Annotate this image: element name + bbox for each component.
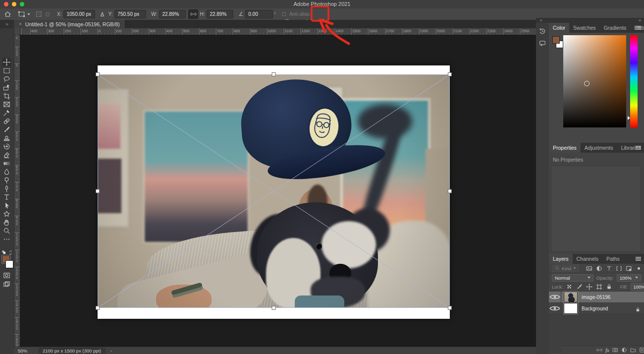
- ruler-label: 9 0 0: [15, 216, 19, 226]
- tool-crop[interactable]: [2, 92, 11, 100]
- frame-icon[interactable]: [616, 265, 622, 272]
- color-picker-cursor[interactable]: [584, 81, 590, 86]
- saturation-brightness-field[interactable]: [563, 35, 626, 127]
- tool-healing[interactable]: [2, 117, 11, 125]
- layer-row[interactable]: image-05196: [549, 292, 644, 303]
- tool-frame[interactable]: [2, 100, 11, 109]
- tool-pen[interactable]: [2, 184, 11, 193]
- home-icon[interactable]: [3, 10, 12, 18]
- transform-tool-icon[interactable]: [17, 10, 26, 18]
- folder-icon[interactable]: [630, 347, 636, 353]
- default-colors-icon[interactable]: [2, 250, 6, 254]
- hue-slider[interactable]: [630, 35, 638, 127]
- blend-mode-dropdown[interactable]: Normal: [552, 274, 593, 282]
- smartobj-icon[interactable]: [626, 265, 632, 272]
- horizontal-ruler[interactable]: 4003002001000100200300400500600700800900…: [20, 28, 536, 35]
- y-input[interactable]: 750.50 px: [114, 10, 146, 18]
- hue-slider-arrow[interactable]: [628, 116, 630, 120]
- tool-stamp[interactable]: [2, 134, 11, 142]
- brush-icon[interactable]: [576, 284, 583, 290]
- history-panel-icon[interactable]: [538, 27, 547, 36]
- screen-mode-icon[interactable]: [2, 280, 11, 289]
- tool-zoom[interactable]: [2, 227, 11, 235]
- document-tab[interactable]: × Untitled-1 @ 50% (image-05196, RGB/8): [14, 20, 125, 28]
- tool-brush[interactable]: [2, 125, 11, 134]
- tool-move[interactable]: [2, 58, 11, 66]
- zoom-level[interactable]: 50%: [18, 348, 27, 354]
- height-input[interactable]: 22.89%: [207, 10, 233, 18]
- layer-filter-dropdown[interactable]: Kind: [552, 265, 579, 272]
- lock-icon[interactable]: [606, 284, 612, 290]
- layer-visibility-eye-icon[interactable]: [549, 303, 561, 314]
- maintain-aspect-ratio-icon[interactable]: [188, 9, 198, 19]
- layer-effects-icon[interactable]: fx: [605, 347, 609, 353]
- tab-layers[interactable]: Layers: [549, 254, 573, 264]
- angle-input[interactable]: 0.00: [245, 10, 273, 18]
- tool-type[interactable]: [2, 193, 11, 201]
- relative-position-icon[interactable]: Δ: [98, 10, 107, 18]
- image-icon[interactable]: [586, 265, 592, 272]
- tab-channels[interactable]: Channels: [573, 254, 602, 264]
- tool-blur[interactable]: [2, 168, 11, 176]
- quick-mask-icon[interactable]: [2, 271, 11, 280]
- layer-visibility-eye-icon[interactable]: [549, 292, 561, 302]
- link-icon[interactable]: [596, 347, 602, 353]
- checker-icon[interactable]: [566, 284, 573, 290]
- tab-properties[interactable]: Properties: [549, 143, 581, 153]
- tool-hand[interactable]: [2, 218, 11, 227]
- tab-paths[interactable]: Paths: [602, 254, 624, 264]
- status-chevron-icon[interactable]: ›: [110, 348, 112, 354]
- layer-thumbnail[interactable]: [564, 303, 578, 314]
- collapse-dock-icon[interactable]: «: [540, 18, 542, 23]
- tab-adjustments[interactable]: Adjustments: [581, 143, 617, 153]
- tab-gradients[interactable]: Gradients: [600, 23, 631, 33]
- tool-lasso[interactable]: [2, 75, 11, 83]
- tab-swatches[interactable]: Swatches: [569, 23, 600, 33]
- tool-pathsel[interactable]: [2, 201, 11, 210]
- layer-thumbnail[interactable]: [564, 292, 578, 302]
- tool-histbrush[interactable]: [2, 142, 11, 151]
- tool-eraser[interactable]: [2, 151, 11, 159]
- layer-row[interactable]: Background: [549, 303, 644, 314]
- artboard-icon[interactable]: [596, 284, 602, 290]
- adjust-icon[interactable]: [596, 265, 602, 272]
- tool-dodge[interactable]: [2, 176, 11, 184]
- close-tab-icon[interactable]: ×: [19, 21, 22, 27]
- dot-icon[interactable]: [636, 265, 642, 272]
- fill-dropdown[interactable]: 100%: [631, 283, 644, 291]
- comments-panel-icon[interactable]: [538, 39, 547, 48]
- tool-objsel[interactable]: [2, 83, 11, 92]
- swap-colors-icon[interactable]: [8, 250, 13, 255]
- move-icon[interactable]: [586, 284, 592, 290]
- x-input[interactable]: 1050.00 px: [63, 10, 95, 18]
- ruler-label: 300: [149, 29, 156, 33]
- panel-dock: « » ColorSwatchesGradientsPatterns: [536, 18, 644, 354]
- width-input[interactable]: 22.89%: [159, 10, 186, 18]
- mask-icon[interactable]: [612, 347, 618, 353]
- tab-color[interactable]: Color: [549, 23, 569, 33]
- foreground-color-mini[interactable]: [552, 36, 560, 44]
- tool-ellipsis[interactable]: [2, 235, 11, 243]
- canvas-area[interactable]: [20, 35, 536, 347]
- tool-gradient[interactable]: [2, 159, 11, 168]
- ruler-label: 900: [251, 29, 257, 33]
- document[interactable]: [98, 65, 450, 319]
- background-color-swatch[interactable]: [5, 260, 13, 268]
- panel-menu-icon[interactable]: [636, 147, 641, 148]
- panel-menu-icon[interactable]: [636, 258, 641, 259]
- newlayer-icon[interactable]: [639, 347, 644, 353]
- free-transform-overlay[interactable]: [96, 63, 452, 321]
- tool-marquee[interactable]: [2, 66, 11, 75]
- reference-point-icon[interactable]: [34, 10, 43, 18]
- toolbar-collapse-icon[interactable]: »: [0, 20, 14, 28]
- type-icon[interactable]: [606, 265, 612, 272]
- opacity-dropdown[interactable]: 100%: [617, 274, 641, 282]
- tool-shape[interactable]: [2, 210, 11, 218]
- expand-dock-icon[interactable]: »: [639, 18, 641, 23]
- adjust-icon[interactable]: [621, 347, 627, 353]
- toggle-reference-icon[interactable]: [43, 10, 52, 18]
- anti-alias-checkbox[interactable]: [280, 10, 289, 18]
- ruler-label: 1400: [335, 29, 344, 33]
- tool-eyedropper[interactable]: [2, 109, 11, 117]
- panel-menu-icon[interactable]: [636, 27, 641, 28]
